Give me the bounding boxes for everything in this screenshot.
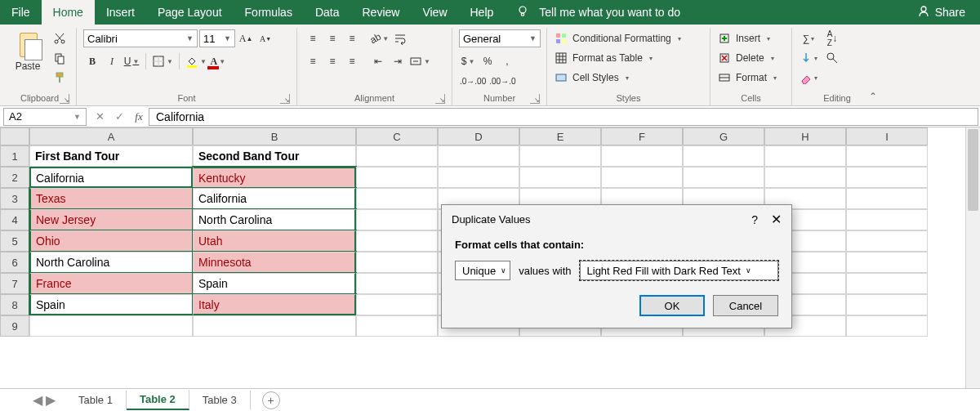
number-launcher[interactable] xyxy=(530,94,540,104)
dialog-help-button[interactable]: ? xyxy=(751,213,758,226)
cell[interactable]: First Band Tour xyxy=(29,145,193,167)
collapse-ribbon-button[interactable]: ⌃ xyxy=(869,91,877,102)
cell[interactable] xyxy=(356,230,438,252)
format-as-table-button[interactable]: Format as Table▾ xyxy=(554,49,703,67)
font-launcher[interactable] xyxy=(280,94,290,104)
sheet-tab-2[interactable]: Table 2 xyxy=(127,390,189,410)
insert-function-button[interactable]: fx xyxy=(129,108,149,126)
row-header[interactable]: 3 xyxy=(0,188,29,209)
align-middle-button[interactable]: ≡ xyxy=(323,29,341,47)
sheet-nav-prev[interactable]: ◀ xyxy=(33,392,42,408)
format-painter-button[interactable] xyxy=(51,69,69,87)
cell[interactable] xyxy=(356,145,438,167)
cell[interactable]: Italy xyxy=(193,294,356,315)
cell[interactable]: Spain xyxy=(29,294,193,315)
row-header[interactable]: 2 xyxy=(0,167,29,188)
tab-home[interactable]: Home xyxy=(42,0,95,25)
fill-color-button[interactable]: ▼ xyxy=(185,52,207,70)
cell[interactable] xyxy=(356,252,438,273)
paste-button[interactable]: Paste xyxy=(10,29,46,72)
col-header[interactable]: G xyxy=(683,127,764,145)
cell[interactable]: California xyxy=(193,188,356,209)
row-header[interactable]: 1 xyxy=(0,145,29,167)
cell[interactable]: Second Band Tour xyxy=(193,145,356,167)
cell[interactable] xyxy=(846,188,928,209)
align-bottom-button[interactable]: ≡ xyxy=(343,29,361,47)
copy-button[interactable] xyxy=(51,49,69,67)
row-header[interactable]: 5 xyxy=(0,230,29,252)
col-header[interactable]: A xyxy=(29,127,193,145)
cell[interactable] xyxy=(519,145,601,167)
cell[interactable] xyxy=(846,315,928,337)
col-header[interactable]: C xyxy=(356,127,438,145)
accept-formula-button[interactable]: ✓ xyxy=(109,108,129,126)
tab-review[interactable]: Review xyxy=(351,0,412,25)
wrap-text-button[interactable] xyxy=(391,29,409,47)
cell[interactable] xyxy=(846,294,928,315)
cell[interactable]: Kentucky xyxy=(193,167,356,188)
col-header[interactable]: H xyxy=(764,127,846,145)
bold-button[interactable]: B xyxy=(83,52,101,70)
tell-me[interactable]: Tell me what you want to do xyxy=(505,0,692,25)
increase-decimal-button[interactable]: .0→.00 xyxy=(459,72,487,90)
vertical-scrollbar[interactable] xyxy=(965,127,980,388)
format-cells-button[interactable]: Format▾ xyxy=(717,69,785,87)
tab-view[interactable]: View xyxy=(411,0,458,25)
fill-button[interactable]: ▾ xyxy=(799,49,818,67)
col-header[interactable]: I xyxy=(846,127,928,145)
row-header[interactable]: 9 xyxy=(0,315,29,337)
cell[interactable] xyxy=(764,145,846,167)
cut-button[interactable] xyxy=(51,29,69,47)
dialog-close-button[interactable]: ✕ xyxy=(771,212,782,227)
cell[interactable] xyxy=(356,294,438,315)
tab-file[interactable]: File xyxy=(0,0,42,25)
cell[interactable] xyxy=(29,315,193,337)
col-header[interactable]: D xyxy=(438,127,519,145)
decrease-decimal-button[interactable]: .00→.0 xyxy=(488,72,516,90)
cell[interactable] xyxy=(601,167,683,188)
row-header[interactable]: 6 xyxy=(0,252,29,273)
cell[interactable] xyxy=(846,252,928,273)
dialog-cancel-button[interactable]: Cancel xyxy=(713,295,778,316)
col-header[interactable]: E xyxy=(519,127,601,145)
tab-page-layout[interactable]: Page Layout xyxy=(146,0,234,25)
autosum-button[interactable]: ∑▾ xyxy=(799,29,818,47)
dialog-ok-button[interactable]: OK xyxy=(639,295,705,316)
cell[interactable]: North Carolina xyxy=(193,209,356,230)
cell[interactable] xyxy=(438,167,519,188)
row-header[interactable]: 4 xyxy=(0,209,29,230)
decrease-font-button[interactable]: A▼ xyxy=(256,29,274,47)
align-center-button[interactable]: ≡ xyxy=(323,52,341,70)
cell[interactable] xyxy=(846,273,928,294)
comma-button[interactable]: , xyxy=(498,52,516,70)
clipboard-launcher[interactable] xyxy=(60,94,69,104)
format-style-select[interactable]: Light Red Fill with Dark Red Text∨ xyxy=(580,261,778,280)
borders-button[interactable]: ▼ xyxy=(151,52,174,70)
align-right-button[interactable]: ≡ xyxy=(343,52,361,70)
merge-button[interactable]: ▼ xyxy=(408,52,431,70)
cell[interactable] xyxy=(438,145,519,167)
cell[interactable] xyxy=(601,145,683,167)
insert-cells-button[interactable]: Insert▾ xyxy=(717,29,785,47)
tab-data[interactable]: Data xyxy=(304,0,351,25)
cell[interactable] xyxy=(846,230,928,252)
formula-input[interactable]: California xyxy=(149,108,978,126)
share-button[interactable]: Share xyxy=(917,5,980,20)
increase-font-button[interactable]: A▲ xyxy=(237,29,255,47)
find-select-button[interactable] xyxy=(823,49,841,67)
name-box[interactable]: A2▼ xyxy=(3,108,87,126)
cell[interactable]: Texas xyxy=(29,188,193,209)
cell[interactable]: Utah xyxy=(193,230,356,252)
number-format-select[interactable]: General▼ xyxy=(459,29,541,47)
cell[interactable]: France xyxy=(29,273,193,294)
conditional-formatting-button[interactable]: Conditional Formatting▾ xyxy=(554,29,703,47)
col-header[interactable]: B xyxy=(193,127,356,145)
tab-insert[interactable]: Insert xyxy=(95,0,146,25)
sheet-tab-3[interactable]: Table 3 xyxy=(189,391,251,409)
cell[interactable] xyxy=(356,188,438,209)
sheet-tab-1[interactable]: Table 1 xyxy=(65,391,127,409)
cell[interactable] xyxy=(356,273,438,294)
orientation-button[interactable]: ab▼ xyxy=(369,29,390,47)
cell[interactable] xyxy=(356,315,438,337)
currency-button[interactable]: $▼ xyxy=(459,52,477,70)
